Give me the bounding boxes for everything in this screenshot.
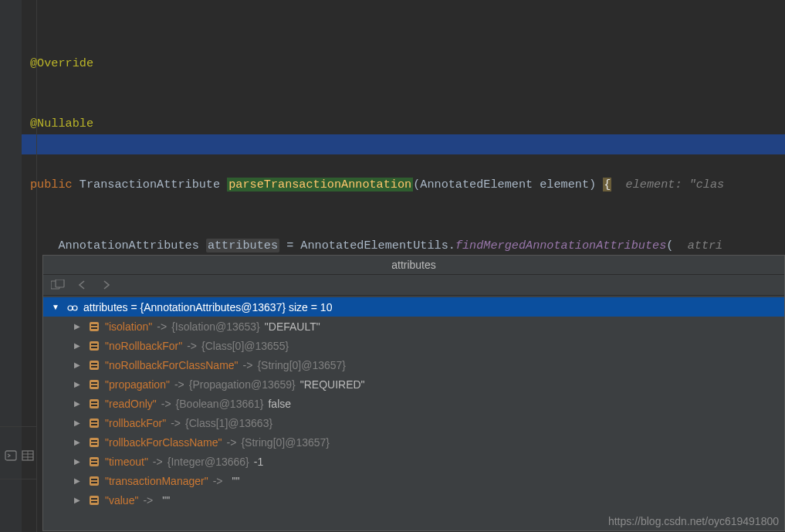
debugger-entry-row[interactable]: ▶"rollbackForClassName" -> {String[0]@13… [43,432,784,452]
svg-rect-26 [91,424,97,425]
debugger-root-row[interactable]: ▼ attributes = {AnnotationAttributes@136… [43,297,784,317]
debugger-toolbar [43,275,784,296]
svg-rect-29 [91,443,97,445]
entry-arrow: -> [213,472,223,490]
map-entry-icon [88,475,100,487]
entry-arrow: -> [174,375,184,394]
svg-rect-12 [90,341,99,351]
entry-key: "isolation" [105,317,152,336]
expander-right-icon[interactable]: ▶ [71,491,83,510]
entry-object: {Class[1]@13663} [185,414,272,432]
expander-right-icon[interactable]: ▶ [71,317,83,336]
expander-right-icon[interactable]: ▶ [71,337,83,355]
debugger-entry-row[interactable]: ▶"isolation" -> {Isolation@13653} "DEFAU… [43,317,784,336]
annotation-nullable: @Nullable [30,117,93,130]
entry-key: "rollbackFor" [105,414,166,432]
map-entry-icon [88,494,100,507]
expander-right-icon[interactable]: ▶ [71,395,83,413]
entry-value: -1 [254,452,263,471]
entry-object: {Isolation@13653} [171,317,260,336]
svg-rect-20 [91,385,97,387]
svg-rect-10 [91,324,97,326]
svg-rect-19 [91,382,97,384]
debugger-entry-row[interactable]: ▶"propagation" -> {Propagation@13659} "R… [43,374,784,394]
entry-arrow: -> [161,395,171,413]
debugger-popup[interactable]: attributes ▼ attributes = {AnnotationAtt… [42,255,785,531]
svg-rect-38 [91,501,97,503]
entry-object: {Integer@13666} [167,452,249,471]
debugger-entry-row[interactable]: ▶"noRollbackForClassName" -> {String[0]@… [43,355,784,374]
entry-key: "transactionManager" [105,472,208,490]
debugger-entry-row[interactable]: ▶"readOnly" -> {Boolean@13661} false [43,394,784,413]
entry-key: "timeout" [105,452,148,471]
map-entry-icon [88,359,100,371]
debugger-entry-row[interactable]: ▶"timeout" -> {Integer@13666} -1 [43,452,784,471]
entry-object: {Class[0]@13655} [201,337,289,355]
debugger-entry-row[interactable]: ▶"value" -> "" [43,490,784,510]
svg-rect-32 [91,463,97,464]
debugger-title: attributes [43,256,784,275]
svg-rect-27 [90,438,99,447]
expander-right-icon[interactable]: ▶ [71,414,83,432]
svg-point-8 [73,306,77,310]
inlay-element: element: "clas [611,178,724,191]
svg-rect-34 [91,479,97,480]
map-entry-icon [88,456,100,468]
svg-rect-28 [91,440,97,442]
method-name: parseTransactionAnnotation [227,178,413,191]
svg-point-7 [68,306,73,310]
svg-rect-24 [90,418,99,428]
map-entry-icon [88,340,100,352]
debugger-entry-row[interactable]: ▶"transactionManager" -> "" [43,471,784,490]
svg-rect-17 [91,366,97,368]
svg-rect-35 [91,482,97,483]
nav-forward-icon[interactable] [100,280,111,290]
entry-arrow: -> [171,414,181,432]
watch-glasses-icon [66,301,79,313]
inlay-attri: attri [673,239,722,252]
map-entry-icon [88,378,100,391]
entry-value: "REQUIRED" [300,375,365,394]
svg-rect-33 [90,476,99,486]
entry-arrow: -> [187,337,197,355]
svg-rect-18 [90,380,99,389]
entry-value: "DEFAULT" [265,317,320,336]
entry-key: "propagation" [105,375,170,394]
sig-tail: (AnnotatedElement element) [413,178,603,191]
expander-right-icon[interactable]: ▶ [71,452,83,471]
nav-back-icon[interactable] [77,280,88,290]
expander-right-icon[interactable]: ▶ [71,356,83,374]
entry-arrow: -> [243,356,253,374]
svg-rect-25 [91,421,97,422]
expander-right-icon[interactable]: ▶ [71,375,83,394]
entry-value: false [268,395,291,413]
static-call: findMergedAnnotationAttributes [455,239,666,252]
debugger-tree[interactable]: ▼ attributes = {AnnotationAttributes@136… [43,296,784,511]
entry-key: "noRollbackForClassName" [105,356,239,374]
expander-right-icon[interactable]: ▶ [71,433,83,452]
expander-down-icon[interactable]: ▼ [49,298,62,317]
debugger-entry-row[interactable]: ▶"noRollbackFor" -> {Class[0]@13655} [43,336,784,355]
svg-rect-37 [91,498,97,500]
entry-arrow: -> [227,433,237,452]
entry-object: {Boolean@13661} [176,395,264,413]
new-watch-icon[interactable] [51,280,65,290]
return-type: TransactionAttribute [80,178,227,191]
kw-public: public [30,178,73,191]
entry-value: "" [232,472,240,490]
entry-object: {String[0]@13657} [241,433,330,452]
entry-object: {String[0]@13657} [257,356,346,374]
map-entry-icon [88,417,100,429]
svg-rect-11 [91,327,97,329]
map-entry-icon [88,320,100,333]
svg-rect-6 [56,280,64,287]
entry-arrow: -> [153,452,163,471]
watermark: https://blog.csdn.net/oyc619491800 [608,515,779,527]
map-entry-icon [88,436,100,449]
svg-rect-23 [91,405,97,406]
entry-key: "readOnly" [105,395,157,413]
debugger-entry-row[interactable]: ▶"rollbackFor" -> {Class[1]@13663} [43,413,784,432]
l2b: = AnnotatedElementUtils. [279,239,455,252]
expander-right-icon[interactable]: ▶ [71,472,83,490]
l2a: AnnotationAttributes [58,239,205,252]
